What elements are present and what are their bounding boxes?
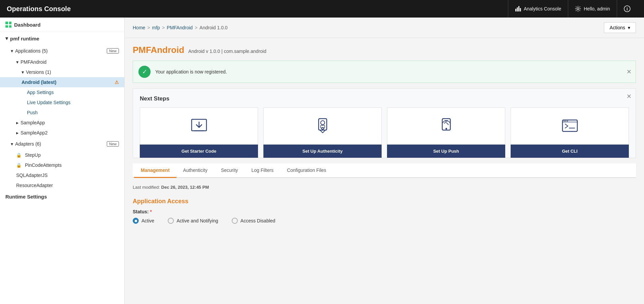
radio-circle-active (133, 218, 139, 224)
sidebar-push[interactable]: Push (0, 108, 124, 118)
radio-group: Active Active and Notifying Access Disab… (133, 218, 636, 224)
sidebar-dashboard[interactable]: Dashboard (0, 18, 124, 32)
radio-active-notifying[interactable]: Active and Notifying (168, 218, 218, 224)
sidebar-pmfandroid[interactable]: PMFAndroid (0, 57, 124, 67)
radio-access-disabled[interactable]: Access Disabled (232, 218, 276, 224)
breadcrumb-home[interactable]: Home (133, 25, 145, 30)
sidebar-pincode[interactable]: 🔒 PinCodeAttempts (0, 160, 124, 170)
svg-point-17 (445, 128, 447, 130)
gear-icon (575, 6, 581, 12)
live-update-label: Live Update Settings (27, 100, 70, 105)
tabs-bar: Management Authenticity Security Log Fil… (133, 163, 636, 178)
get-starter-code-btn[interactable]: Get Starter Code (140, 145, 258, 158)
required-star: * (150, 209, 152, 214)
sidebar-sampleapp[interactable]: SampleApp (0, 118, 124, 128)
set-up-authenticity-btn[interactable]: Set Up Authenticity (263, 145, 382, 158)
next-step-cli[interactable]: Get CLI (511, 108, 629, 158)
svg-rect-0 (515, 9, 516, 11)
breadcrumb-current: Android 1.0.0 (199, 25, 227, 30)
status-label: Status: * (133, 209, 636, 214)
stepup-label: StepUp (25, 152, 41, 158)
pmfandroid-chevron (16, 59, 19, 65)
last-modified-label: Last modified: (133, 185, 160, 190)
main-layout: Dashboard pmf runtime Applications (5) N… (0, 18, 644, 304)
push-label: Push (27, 110, 38, 115)
starter-code-icon-box (140, 108, 258, 145)
cli-icon-box (511, 108, 629, 145)
svg-rect-1 (517, 7, 518, 11)
sidebar: Dashboard pmf runtime Applications (5) N… (0, 18, 125, 304)
tab-management[interactable]: Management (134, 163, 176, 178)
tab-log-filters[interactable]: Log Filters (245, 163, 280, 178)
actions-chevron: ▾ (628, 25, 630, 30)
management-content: Last modified: Dec 26, 2023, 12:45 PM Ap… (133, 185, 636, 224)
next-steps-grid: Get Starter Code (140, 108, 629, 158)
top-bar: Home > mfp > PMFAndroid > Android 1.0.0 … (125, 18, 644, 38)
runtime-chevron (5, 35, 8, 41)
applications-label: Applications (5) (15, 48, 48, 54)
download-icon (189, 116, 209, 136)
analytics-label: Analytics Console (524, 6, 561, 11)
authenticity-icon-box (263, 108, 382, 145)
sidebar-live-update[interactable]: Live Update Settings (0, 97, 124, 108)
sidebar-sampleapp2[interactable]: SampleApp2 (0, 128, 124, 138)
navbar-right: Analytics Console Hello, admin i (508, 0, 637, 18)
breadcrumb-pmfandroid[interactable]: PMFAndroid (167, 25, 193, 30)
sidebar-resourceadapter[interactable]: ResourceAdapter (0, 180, 124, 190)
next-step-starter-code[interactable]: Get Starter Code (140, 108, 258, 158)
sidebar-sqladapter[interactable]: SQLAdapterJS (0, 170, 124, 180)
radio-circle-notifying (168, 218, 174, 224)
sidebar-runtime-settings[interactable]: Runtime Settings (0, 190, 124, 203)
next-step-authenticity[interactable]: Set Up Authenticity (263, 108, 382, 158)
sidebar-android-latest[interactable]: Android (latest) ⚠ (0, 77, 124, 87)
analytics-console-button[interactable]: Analytics Console (508, 0, 568, 18)
tab-authenticity[interactable]: Authenticity (176, 163, 214, 178)
sidebar-versions[interactable]: Versions (1) (0, 67, 124, 77)
breadcrumb-mfp[interactable]: mfp (152, 25, 160, 30)
sampleapp2-chevron (16, 130, 19, 135)
sidebar-adapters[interactable]: Adapters (6) New (0, 138, 124, 150)
user-label: Hello, admin (584, 6, 610, 11)
page-content: PMFAndroid Android v 1.0.0 | com.sample.… (125, 38, 644, 231)
actions-button[interactable]: Actions ▾ (604, 22, 636, 33)
adapters-chevron (11, 141, 13, 147)
svg-point-4 (577, 8, 579, 10)
next-steps-close-button[interactable]: ✕ (626, 93, 632, 100)
radio-circle-disabled (232, 218, 238, 224)
radio-active[interactable]: Active (133, 218, 154, 224)
last-modified: Last modified: Dec 26, 2023, 12:45 PM (133, 185, 636, 190)
navbar-brand: Operations Console (7, 5, 71, 13)
sidebar-runtime[interactable]: pmf runtime (0, 32, 124, 45)
sqladapter-label: SQLAdapterJS (16, 173, 47, 178)
sidebar-applications[interactable]: Applications (5) New (0, 45, 124, 57)
applications-chevron (11, 48, 13, 54)
success-banner: ✓ Your application is now registered. ✕ (133, 61, 636, 83)
next-step-push[interactable]: Set Up Push (387, 108, 505, 158)
app-settings-label: App Settings (27, 90, 54, 95)
page-subtitle: Android v 1.0.0 | com.sample.android (188, 49, 266, 54)
application-access-title: Application Access (133, 198, 636, 205)
info-button[interactable]: i (617, 0, 637, 18)
get-cli-btn[interactable]: Get CLI (511, 145, 629, 158)
analytics-icon (515, 6, 521, 12)
main-content: Home > mfp > PMFAndroid > Android 1.0.0 … (125, 18, 644, 304)
svg-rect-2 (518, 6, 519, 11)
svg-rect-3 (520, 8, 521, 11)
banner-close-button[interactable]: ✕ (626, 68, 632, 75)
svg-text:i: i (626, 7, 627, 11)
pincode-label: PinCodeAttempts (25, 162, 62, 168)
versions-label: Versions (1) (26, 69, 51, 75)
sidebar-app-settings[interactable]: App Settings (0, 87, 124, 97)
svg-point-22 (564, 121, 565, 122)
success-icon: ✓ (138, 66, 151, 78)
tab-configuration-files[interactable]: Configuration Files (280, 163, 333, 178)
set-up-push-btn[interactable]: Set Up Push (387, 145, 505, 158)
tab-security[interactable]: Security (214, 163, 245, 178)
cli-icon (560, 116, 580, 136)
svg-point-24 (567, 121, 568, 122)
sidebar-stepup[interactable]: 🔒 StepUp (0, 150, 124, 160)
sampleapp-chevron (16, 120, 19, 125)
lock-icon-pincode: 🔒 (16, 163, 22, 168)
user-menu-button[interactable]: Hello, admin (568, 0, 617, 18)
banner-message: Your application is now registered. (155, 69, 227, 74)
